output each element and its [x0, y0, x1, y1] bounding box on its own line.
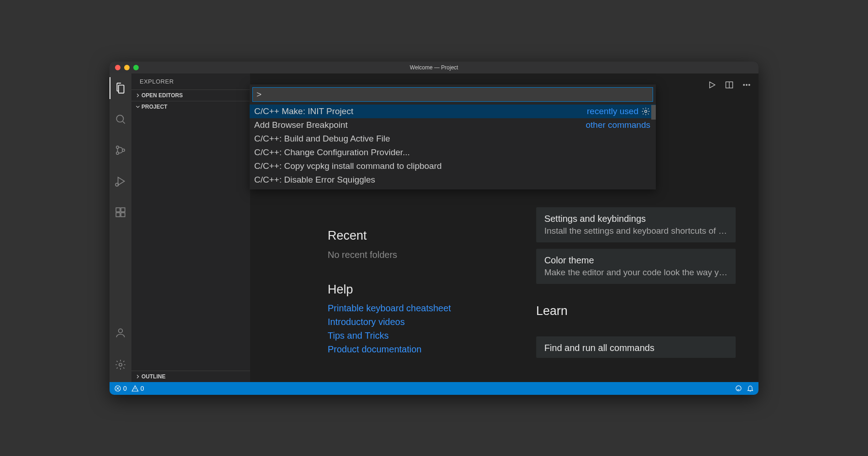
svg-point-16 [645, 110, 647, 112]
sidebar: EXPLORER OPEN EDITORS PROJECT OUTLINE [131, 73, 250, 382]
account-icon[interactable] [110, 322, 131, 344]
command-item[interactable]: C/C++ Make: INIT Project recently used [250, 105, 656, 118]
window-title: Welcome — Project [410, 64, 458, 71]
command-palette-list: C/C++ Make: INIT Project recently used A… [250, 105, 656, 189]
command-label: C/C++: Change Configuration Provider... [254, 147, 410, 157]
titlebar: Welcome — Project [110, 62, 758, 73]
svg-point-10 [119, 363, 122, 366]
extensions-icon[interactable] [110, 201, 131, 223]
help-link-cheatsheet[interactable]: Printable keyboard cheatsheet [328, 301, 500, 315]
zoom-window-button[interactable] [133, 65, 139, 70]
command-meta: other commands [586, 120, 650, 130]
command-item[interactable]: C/C++: Copy vcpkg install command to cli… [250, 159, 656, 173]
gear-icon[interactable] [641, 107, 650, 116]
command-label: C/C++: Build and Debug Active File [254, 134, 390, 144]
help-link-docs[interactable]: Product documentation [328, 342, 500, 356]
card-title: Settings and keybindings [544, 214, 727, 224]
more-actions-icon[interactable] [739, 78, 754, 92]
svg-point-12 [743, 84, 745, 85]
svg-point-0 [116, 115, 123, 122]
split-editor-icon[interactable] [722, 78, 737, 92]
svg-rect-5 [116, 208, 120, 212]
settings-gear-icon[interactable] [110, 354, 131, 376]
app-window: Welcome — Project [110, 62, 758, 395]
chevron-right-icon [134, 92, 141, 99]
svg-point-2 [116, 152, 119, 154]
svg-point-14 [749, 84, 750, 85]
explorer-icon[interactable] [110, 77, 131, 99]
card-title: Find and run all commands [544, 343, 727, 353]
learn-find-commands-card[interactable]: Find and run all commands [536, 336, 736, 358]
chevron-down-icon [134, 103, 141, 110]
recent-empty: No recent folders [328, 247, 500, 262]
close-window-button[interactable] [115, 65, 120, 70]
status-bar: 0 0 [110, 382, 758, 395]
minimize-window-button[interactable] [124, 65, 130, 70]
scrollbar[interactable] [651, 105, 656, 120]
command-item[interactable]: C/C++: Build and Debug Active File [250, 132, 656, 146]
svg-rect-6 [116, 213, 120, 217]
status-errors[interactable]: 0 [114, 385, 127, 392]
customize-theme-card[interactable]: Color theme Make the editor and your cod… [536, 249, 736, 284]
project-label: PROJECT [141, 104, 167, 110]
help-link-tips[interactable]: Tips and Tricks [328, 329, 500, 342]
sidebar-title: EXPLORER [131, 73, 250, 89]
search-icon[interactable] [110, 108, 131, 130]
debug-icon[interactable] [110, 170, 131, 192]
command-label: C/C++ Make: INIT Project [254, 106, 353, 116]
command-label: Add Browser Breakpoint [254, 120, 348, 130]
source-control-icon[interactable] [110, 139, 131, 161]
learn-heading: Learn [536, 304, 736, 318]
card-title: Color theme [544, 255, 727, 266]
card-desc: Make the editor and your code look the w… [544, 267, 727, 278]
command-palette: C/C++ Make: INIT Project recently used A… [250, 84, 656, 189]
feedback-icon[interactable] [735, 385, 742, 392]
customize-settings-card[interactable]: Settings and keybindings Install the set… [536, 207, 736, 242]
card-desc: Install the settings and keyboard shortc… [544, 226, 727, 236]
run-icon[interactable] [705, 78, 719, 92]
svg-point-13 [746, 84, 748, 85]
command-item[interactable]: C/C++: Disable Error Squiggles [250, 173, 656, 187]
chevron-right-icon [134, 373, 141, 380]
command-item[interactable]: C/C++: Change Configuration Provider... [250, 146, 656, 159]
svg-point-9 [119, 329, 123, 333]
outline-section[interactable]: OUTLINE [131, 371, 250, 382]
command-item[interactable]: Add Browser Breakpoint other commands [250, 118, 656, 132]
project-section[interactable]: PROJECT [131, 101, 250, 112]
help-link-videos[interactable]: Introductory videos [328, 315, 500, 329]
outline-label: OUTLINE [141, 373, 166, 380]
command-meta: recently used [587, 106, 638, 116]
open-editors-section[interactable]: OPEN EDITORS [131, 89, 250, 101]
svg-rect-7 [121, 213, 125, 217]
svg-rect-8 [121, 208, 125, 212]
activity-bar [110, 73, 131, 382]
svg-point-1 [116, 146, 119, 148]
notifications-icon[interactable] [747, 385, 754, 392]
svg-point-3 [122, 149, 125, 151]
status-warnings[interactable]: 0 [131, 385, 144, 392]
open-editors-label: OPEN EDITORS [141, 92, 183, 99]
command-label: C/C++: Copy vcpkg install command to cli… [254, 161, 442, 171]
command-palette-input[interactable] [252, 87, 653, 102]
window-controls [110, 65, 139, 70]
recent-heading: Recent [328, 229, 500, 243]
help-heading: Help [328, 283, 500, 297]
command-label: C/C++: Disable Error Squiggles [254, 175, 375, 185]
